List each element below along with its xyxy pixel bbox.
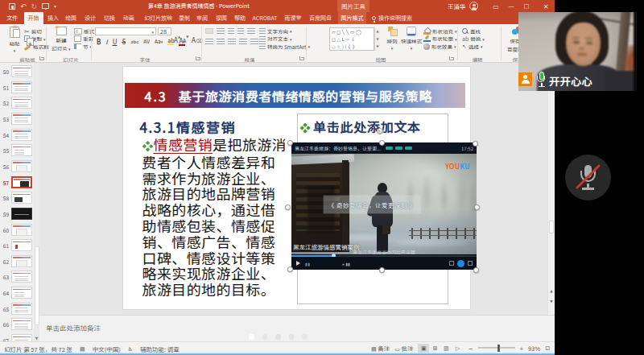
slide-sorter-view-button[interactable]: ⊞ bbox=[429, 344, 440, 353]
font-size-combo[interactable]: 28 bbox=[158, 27, 171, 35]
tab-baidu-netdisk[interactable]: 百度网盘 bbox=[308, 12, 333, 24]
fullscreen-icon[interactable] bbox=[468, 261, 473, 266]
save-icon[interactable] bbox=[9, 3, 15, 10]
slide-thumbnail-58[interactable]: 58 bbox=[0, 191, 34, 206]
paste-button[interactable]: 粘贴 ▾ bbox=[6, 27, 23, 53]
normal-view-button[interactable]: ▣ bbox=[418, 344, 429, 353]
decrease-indent-button[interactable] bbox=[228, 28, 234, 34]
increase-indent-button[interactable] bbox=[237, 28, 244, 34]
placeholder-prompt[interactable]: ❖单击此处添加文本 bbox=[300, 117, 421, 136]
align-text-button[interactable]: 对齐文本 ▾ bbox=[259, 35, 292, 43]
undo-icon[interactable]: ↶ bbox=[20, 2, 27, 10]
slide-thumbnail-61[interactable]: 61 bbox=[0, 238, 34, 254]
tab-acrobat[interactable]: ACROBAT bbox=[251, 12, 279, 24]
selection-handle[interactable] bbox=[474, 204, 480, 210]
font-color-button[interactable]: A▾ bbox=[179, 38, 184, 46]
strikethrough-button[interactable]: S bbox=[122, 39, 126, 45]
tab-help[interactable]: 帮助 bbox=[232, 12, 248, 24]
shape-fill-button[interactable]: 形状填充 ▾ bbox=[423, 27, 457, 35]
align-right-button[interactable] bbox=[228, 39, 236, 44]
language-indicator[interactable]: 中文(中国) bbox=[93, 345, 121, 353]
slide-thumbnail-65[interactable]: 65 bbox=[0, 302, 34, 317]
tab-picture-format[interactable]: 图片格式 bbox=[338, 12, 366, 24]
slide-scrollbar[interactable]: ▲ ▼ bbox=[547, 63, 555, 315]
italic-button[interactable]: I bbox=[105, 39, 107, 45]
reading-view-button[interactable]: ▥ bbox=[440, 344, 452, 353]
minimize-button[interactable]: — bbox=[506, 0, 517, 12]
notes-pane[interactable]: 单击此处添加备注 bbox=[39, 315, 555, 341]
font-name-combo[interactable]: ▾ bbox=[95, 27, 156, 35]
tab-tell-me[interactable]: 操作说明搜索 bbox=[369, 12, 415, 24]
slideshow-from-start-icon[interactable] bbox=[42, 3, 49, 9]
bold-button[interactable]: B bbox=[97, 39, 101, 45]
spell-check-icon[interactable]: ▤ bbox=[80, 345, 85, 353]
slide-thumbnail-63[interactable]: 63 bbox=[0, 270, 34, 285]
selection-handle[interactable] bbox=[379, 267, 385, 273]
scroll-down-icon[interactable]: ▼ bbox=[34, 335, 39, 341]
close-button[interactable]: ✕ bbox=[540, 0, 551, 12]
embedded-video-screenshot[interactable]: 黑龙江冬季旅游：奇妙爱情岛，让爱更... 17:52 bbox=[291, 142, 477, 270]
accessibility-status[interactable]: 辅助功能: 调查 bbox=[140, 345, 180, 353]
selection-handle[interactable] bbox=[473, 141, 478, 147]
slide-thumbnail-64[interactable]: 64 bbox=[0, 286, 34, 301]
quality-button[interactable] bbox=[457, 260, 464, 267]
notes-placeholder[interactable]: 单击此处添加备注 bbox=[46, 323, 101, 332]
slide-thumbnail-50[interactable]: 50 bbox=[0, 64, 34, 80]
align-center-button[interactable] bbox=[217, 39, 225, 44]
slideshow-view-button[interactable]: ▷ bbox=[452, 344, 463, 353]
new-slide-button[interactable]: 新建 幻灯片 ▾ bbox=[50, 27, 72, 52]
tab-view[interactable]: 视图 bbox=[213, 12, 229, 24]
find-button[interactable]: 查找 bbox=[462, 27, 481, 35]
selection-handle[interactable] bbox=[287, 140, 293, 146]
user-avatar-icon[interactable] bbox=[469, 2, 478, 10]
zoom-out-button[interactable]: − bbox=[468, 344, 473, 353]
character-spacing-button[interactable]: AV bbox=[143, 39, 150, 44]
tab-design[interactable]: 设计 bbox=[81, 12, 99, 24]
slide-thumbnail-54[interactable]: 54 bbox=[0, 128, 34, 143]
microphone-muted-button[interactable] bbox=[565, 155, 611, 200]
selection-handle[interactable] bbox=[285, 204, 291, 210]
text-shadow-button[interactable]: abc bbox=[130, 39, 138, 44]
text-direction-button[interactable]: 文字方向 ▾ bbox=[259, 27, 292, 35]
format-painter-button[interactable]: 格式刷 bbox=[24, 43, 49, 50]
slide-thumbnail-60[interactable]: 60 bbox=[0, 223, 34, 238]
slide-thumbnail-59[interactable]: 59 bbox=[0, 207, 34, 222]
tab-record[interactable]: 录制 bbox=[176, 12, 192, 24]
shape-outline-button[interactable]: 形状轮廓 ▾ bbox=[423, 35, 457, 43]
slide-scrollbar-thumb[interactable] bbox=[549, 221, 554, 233]
slide[interactable]: 4.3 基于旅游消费者情绪情感的营销与服务策略 4.3.1情感营销 ❖单击此处添… bbox=[123, 67, 470, 309]
previous-slide-icon[interactable]: ▲ bbox=[548, 288, 555, 294]
ribbon-display-options-icon[interactable]: ▭ bbox=[490, 0, 502, 12]
slide-title-banner[interactable]: 4.3 基于旅游消费者情绪情感的营销与服务策略 bbox=[125, 83, 466, 108]
next-slide-icon[interactable]: ▼ bbox=[548, 299, 555, 304]
play-icon[interactable] bbox=[296, 261, 300, 266]
section-button[interactable]: 节 ▾ bbox=[74, 43, 92, 50]
customize-qat-icon[interactable]: ▾ bbox=[54, 2, 56, 10]
tab-slideshow[interactable]: 幻灯片放映 bbox=[140, 12, 176, 24]
selection-handle[interactable] bbox=[379, 140, 385, 146]
shape-effects-button[interactable]: 形状效果 ▾ bbox=[423, 43, 456, 50]
columns-button[interactable] bbox=[250, 39, 258, 44]
tab-rain-classroom[interactable]: 雨课堂 bbox=[282, 12, 304, 24]
slide-thumbnail-57[interactable]: 57 bbox=[0, 175, 34, 191]
bullets-button[interactable] bbox=[205, 28, 213, 34]
slide-thumbnail-51[interactable]: 51 bbox=[0, 80, 34, 96]
slide-thumbnail-56[interactable]: 56 bbox=[0, 159, 34, 175]
slide-thumbnail-62[interactable]: 62 bbox=[0, 254, 34, 270]
shapes-gallery[interactable]: ▱◻╲╲▭◯ ◻△L⇨⇩ ◇☆)({} bbox=[329, 27, 374, 51]
highlight-color-button[interactable]: ab bbox=[167, 38, 174, 45]
change-case-button[interactable]: Aa▾ bbox=[155, 39, 163, 44]
slide-thumbnail-53[interactable]: 53 bbox=[0, 112, 34, 127]
thumbnails-scrollbar-thumb[interactable] bbox=[35, 246, 39, 325]
settings-icon[interactable] bbox=[449, 261, 454, 266]
quick-styles-button[interactable]: 快速样式 ▾ bbox=[401, 27, 422, 51]
align-left-button[interactable] bbox=[205, 39, 213, 44]
tab-insert[interactable]: 插入 bbox=[44, 12, 62, 24]
tab-animations[interactable]: 动画 bbox=[120, 12, 138, 24]
font-dialog-launcher-icon[interactable] bbox=[196, 56, 200, 60]
comments-toggle[interactable]: ▭ 批注 bbox=[394, 344, 413, 353]
zoom-slider[interactable] bbox=[478, 347, 515, 349]
tab-draw[interactable]: 绘图 bbox=[62, 12, 80, 24]
copy-button[interactable]: 复制 ▾ bbox=[24, 35, 46, 43]
tab-home[interactable]: 开始 bbox=[24, 12, 43, 24]
